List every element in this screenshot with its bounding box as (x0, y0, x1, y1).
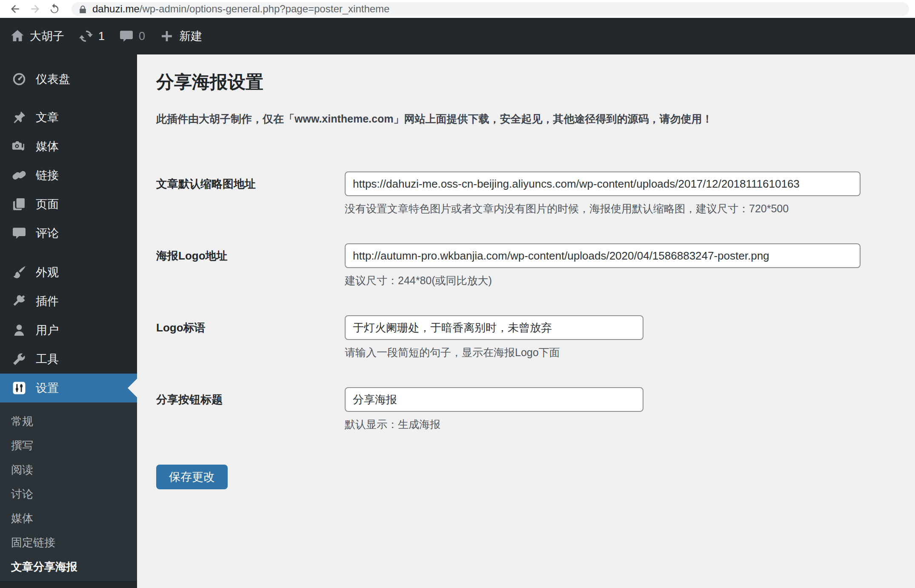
update-count: 1 (98, 30, 105, 43)
link-icon (11, 167, 27, 183)
site-menu[interactable]: 大胡子 (10, 29, 64, 44)
submenu-label: 文章分享海报 (11, 559, 77, 574)
wp-admin-bar: 大胡子 1 0 新建 (0, 18, 915, 54)
field-hint: 建议尺寸：244*80(或同比放大) (345, 273, 861, 288)
sidebar-item-label: 媒体 (36, 139, 59, 154)
plus-icon (160, 29, 174, 43)
lock-icon (78, 5, 87, 14)
sidebar-item-label: 页面 (36, 197, 59, 212)
submenu-item-poster[interactable]: 文章分享海报 (0, 555, 137, 579)
form-row-share-button-title: 分享按钮标题 默认显示：生成海报 (156, 387, 895, 431)
comments-icon (11, 225, 27, 241)
settings-icon (11, 380, 27, 396)
sidebar-item-label: 链接 (36, 168, 59, 183)
update-icon (79, 29, 93, 43)
dashboard-icon (11, 71, 27, 87)
sidebar-item-users[interactable]: 用户 (0, 316, 137, 345)
sidebar-item-appearance[interactable]: 外观 (0, 258, 137, 287)
thumbnail-url-input[interactable] (345, 171, 861, 196)
url-text: dahuzi.me/wp-admin/options-general.php?p… (92, 3, 389, 15)
new-label: 新建 (179, 29, 202, 44)
submenu-label: 撰写 (11, 438, 33, 453)
sidebar-item-media[interactable]: 媒体 (0, 132, 137, 161)
plugin-notice: 此插件由大胡子制作，仅在「www.xintheme.com」网站上面提供下载，安… (156, 111, 895, 126)
submenu-label: 媒体 (11, 511, 33, 526)
sidebar-item-dashboard[interactable]: 仪表盘 (0, 65, 137, 94)
sidebar-item-pages[interactable]: 页面 (0, 190, 137, 219)
submenu-item-general[interactable]: 常规 (0, 409, 137, 434)
reload-button[interactable] (48, 2, 61, 16)
home-icon (10, 29, 25, 43)
field-hint: 没有设置文章特色图片或者文章内没有图片的时候，海报使用默认缩略图，建议尺寸：72… (345, 201, 861, 216)
sidebar-item-label: 仪表盘 (36, 71, 70, 87)
sidebar-item-links[interactable]: 链接 (0, 161, 137, 190)
appearance-icon (11, 264, 27, 280)
pages-icon (11, 196, 27, 212)
sidebar-item-label: 插件 (36, 294, 59, 309)
submenu-item-discussion[interactable]: 讨论 (0, 482, 137, 506)
sidebar-item-label: 外观 (36, 265, 59, 280)
comment-count: 0 (139, 30, 145, 43)
sidebar-item-tools[interactable]: 工具 (0, 345, 137, 374)
sidebar-item-label: 用户 (36, 323, 59, 338)
submenu-item-writing[interactable]: 撰写 (0, 434, 137, 458)
sidebar-item-plugins[interactable]: 插件 (0, 287, 137, 316)
comment-bubble-icon (119, 29, 134, 43)
submenu-item-media[interactable]: 媒体 (0, 506, 137, 531)
site-name: 大胡子 (30, 29, 64, 44)
sidebar-item-comments[interactable]: 评论 (0, 219, 137, 248)
url-path: /wp-admin/options-general.php?page=poste… (140, 3, 390, 14)
updates-menu[interactable]: 1 (79, 29, 105, 43)
media-icon (11, 138, 27, 154)
sidebar-item-label: 设置 (36, 380, 59, 396)
sidebar-item-settings[interactable]: 设置 (0, 374, 137, 402)
save-button[interactable]: 保存更改 (156, 465, 228, 489)
tools-icon (11, 351, 27, 367)
submenu-item-reading[interactable]: 阅读 (0, 458, 137, 482)
pin-icon (11, 109, 27, 126)
logo-slogan-input[interactable] (345, 315, 643, 340)
submenu-label: 常规 (11, 414, 33, 429)
back-button[interactable] (9, 2, 22, 16)
sidebar-item-posts[interactable]: 文章 (0, 103, 137, 132)
sidebar-item-label: 工具 (36, 351, 59, 367)
page-title: 分享海报设置 (156, 71, 895, 93)
admin-sidebar: 仪表盘 文章 媒体 链接 页面 评论 外观 (0, 54, 137, 588)
field-hint: 默认显示：生成海报 (345, 417, 643, 431)
forward-button[interactable] (28, 2, 42, 16)
submenu-label: 讨论 (11, 487, 33, 502)
form-row-logo-slogan: Logo标语 请输入一段简短的句子，显示在海报Logo下面 (156, 315, 895, 360)
logo-url-input[interactable] (345, 243, 861, 268)
field-label: 分享按钮标题 (156, 387, 345, 431)
url-domain: dahuzi.me (92, 3, 140, 14)
settings-submenu: 常规 撰写 阅读 讨论 媒体 固定链接 文章分享海报 (0, 402, 137, 581)
field-hint: 请输入一段简短的句子，显示在海报Logo下面 (345, 345, 643, 360)
submenu-label: 固定链接 (11, 535, 55, 550)
field-label: 文章默认缩略图地址 (156, 171, 345, 216)
address-bar[interactable]: dahuzi.me/wp-admin/options-general.php?p… (71, 2, 909, 16)
users-icon (11, 322, 27, 338)
submenu-label: 阅读 (11, 462, 33, 477)
comments-menu[interactable]: 0 (119, 29, 145, 43)
form-row-thumbnail-url: 文章默认缩略图地址 没有设置文章特色图片或者文章内没有图片的时候，海报使用默认缩… (156, 171, 895, 216)
share-button-title-input[interactable] (345, 387, 643, 412)
form-row-logo-url: 海报Logo地址 建议尺寸：244*80(或同比放大) (156, 243, 895, 288)
settings-page: 分享海报设置 此插件由大胡子制作，仅在「www.xintheme.com」网站上… (137, 54, 915, 588)
poster-settings-form: 文章默认缩略图地址 没有设置文章特色图片或者文章内没有图片的时候，海报使用默认缩… (156, 171, 895, 489)
sidebar-item-label: 文章 (36, 110, 59, 125)
browser-toolbar: dahuzi.me/wp-admin/options-general.php?p… (0, 0, 915, 18)
sidebar-item-label: 评论 (36, 225, 59, 241)
field-label: 海报Logo地址 (156, 243, 345, 288)
submenu-item-permalinks[interactable]: 固定链接 (0, 531, 137, 555)
field-label: Logo标语 (156, 315, 345, 360)
new-content-menu[interactable]: 新建 (160, 29, 202, 44)
plugin-icon (11, 293, 27, 309)
